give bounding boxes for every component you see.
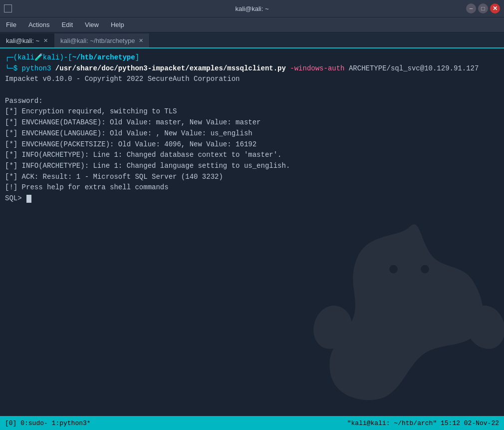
prompt-bracket: )-[ xyxy=(59,52,72,63)
terminal-content: ┌─(kali🧪kali)-[~/htb/archetype] └─$ pyth… xyxy=(5,52,499,204)
svg-point-0 xyxy=(389,265,398,274)
prompt-path: ~/htb/archetype xyxy=(72,52,135,63)
menu-help[interactable]: Help xyxy=(109,20,126,29)
output-help: [!] Press help for extra shell commands xyxy=(5,182,499,193)
menu-bar: File Actions Edit View Help xyxy=(0,17,504,32)
status-left: [0] 0:sudo- 1:python3* xyxy=(5,420,91,427)
prompt-bracket-close: ] xyxy=(135,52,139,63)
tab-archetype[interactable]: kali@kali: ~/htb/archetype ✕ xyxy=(54,33,150,47)
title-bar: kali@kali: ~ – □ ✕ xyxy=(0,0,504,17)
output-ack: [*] ACK: Result: 1 - Microsoft SQL Serve… xyxy=(5,172,499,183)
tab-home[interactable]: kali@kali: ~ ✕ xyxy=(0,33,54,47)
title-bar-left xyxy=(4,4,12,12)
svg-point-1 xyxy=(421,265,429,274)
output-envchange-db: [*] ENVCHANGE(DATABASE): Old Value: mast… xyxy=(5,117,499,128)
menu-view[interactable]: View xyxy=(83,20,101,29)
output-encryption: [*] Encryption required, switching to TL… xyxy=(5,106,499,117)
sql-prompt: SQL> xyxy=(5,193,499,204)
window-controls: – □ ✕ xyxy=(466,3,500,13)
maximize-button[interactable]: □ xyxy=(478,3,488,13)
prompt-arrow: └─$ xyxy=(5,63,22,74)
menu-edit[interactable]: Edit xyxy=(60,20,75,29)
output-blank1 xyxy=(5,85,499,96)
output-password: Password: xyxy=(5,96,499,107)
window-icon xyxy=(4,4,12,12)
tab-archetype-label: kali@kali: ~/htb/archetype xyxy=(60,37,135,44)
output-info-db: [*] INFO(ARCHETYPE): Line 1: Changed dat… xyxy=(5,150,499,161)
menu-file[interactable]: File xyxy=(4,20,18,29)
tab-home-close[interactable]: ✕ xyxy=(43,37,48,44)
terminal[interactable]: ┌─(kali🧪kali)-[~/htb/archetype] └─$ pyth… xyxy=(0,48,504,416)
bg-watermark xyxy=(304,216,504,406)
prompt-user-host: kali🧪kali xyxy=(17,52,59,63)
tab-home-label: kali@kali: ~ xyxy=(6,37,39,44)
output-impacket: Impacket v0.10.0 - Copyright 2022 Secure… xyxy=(5,74,499,85)
status-bar: [0] 0:sudo- 1:python3* "kali@kali: ~/htb… xyxy=(0,416,504,430)
cursor xyxy=(26,195,31,203)
tab-bar: kali@kali: ~ ✕ kali@kali: ~/htb/archetyp… xyxy=(0,32,504,48)
status-right: "kali@kali: ~/htb/arch" 15:12 02-Nov-22 xyxy=(347,420,499,427)
output-envchange-packet: [*] ENVCHANGE(PACKETSIZE): Old Value: 40… xyxy=(5,139,499,150)
output-info-lang: [*] INFO(ARCHETYPE): Line 1: Changed lan… xyxy=(5,161,499,172)
prompt-line: ┌─(kali🧪kali)-[~/htb/archetype] xyxy=(5,52,499,63)
menu-actions[interactable]: Actions xyxy=(26,20,52,29)
title-bar-title: kali@kali: ~ xyxy=(235,5,268,12)
tab-archetype-close[interactable]: ✕ xyxy=(139,37,143,44)
close-button[interactable]: ✕ xyxy=(490,3,500,13)
cmd-python3: python3 xyxy=(22,63,55,74)
cmd-path: /usr/share/doc/python3-impacket/examples… xyxy=(55,63,286,74)
cmd-flag: -windows-auth xyxy=(286,63,345,74)
minimize-button[interactable]: – xyxy=(466,3,476,13)
sql-prompt-label: SQL> xyxy=(5,193,26,204)
command-line: └─$ python3 /usr/share/doc/python3-impac… xyxy=(5,63,499,74)
cmd-target: ARCHETYPE/sql_svc@10.129.91.127 xyxy=(345,63,479,74)
output-envchange-lang: [*] ENVCHANGE(LANGUAGE): Old Value: , Ne… xyxy=(5,128,499,139)
prompt-dashes: ┌─( xyxy=(5,52,17,63)
